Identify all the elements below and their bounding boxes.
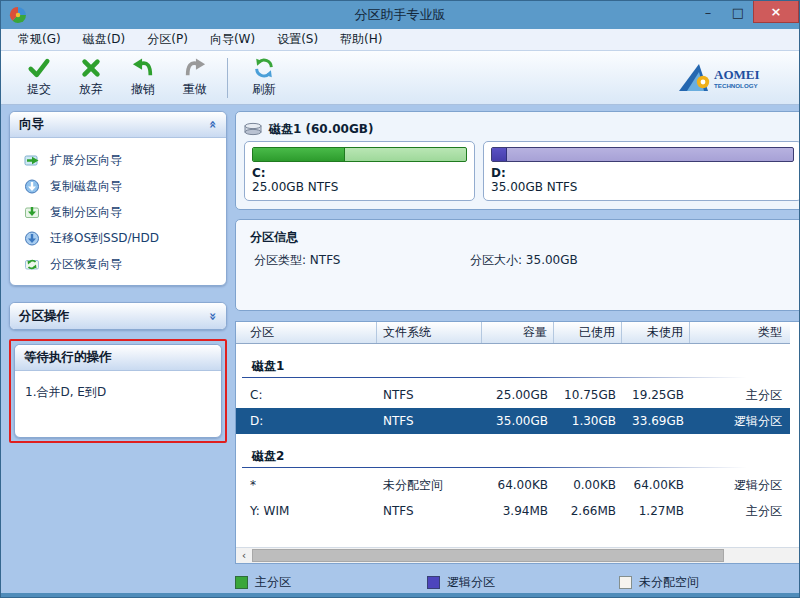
legend-item-primary: 主分区 (235, 574, 427, 591)
scrollbar-track[interactable] (252, 548, 794, 563)
scroll-right-icon[interactable]: › (794, 548, 800, 563)
wizard-item-label: 复制分区向导 (50, 204, 122, 221)
legend-label: 逻辑分区 (447, 574, 495, 591)
undo-arrow-icon (131, 57, 155, 79)
legend: 主分区 逻辑分区 未分配空间 (235, 571, 800, 593)
pending-operation-item[interactable]: 1.合并D, E到D (25, 385, 106, 399)
partition-info-title: 分区信息 (250, 229, 796, 246)
wizards-panel: 向导 « 扩展分区向导 (9, 111, 227, 286)
disk-map-panel: 磁盘1 (60.00GB) C: 25.00GB NTFS D (235, 111, 800, 210)
migrate-os-icon (24, 231, 40, 246)
partition-usage-bar (491, 147, 794, 162)
partition-name: C: (252, 166, 467, 180)
scroll-left-icon[interactable]: ‹ (236, 548, 252, 563)
operations-panel-header[interactable]: 分区操作 » (10, 303, 226, 329)
wizard-item-copy-disk[interactable]: 复制磁盘向导 (10, 173, 226, 199)
pending-operations-list: 1.合并D, E到D (15, 371, 221, 437)
logical-partition-swatch (427, 576, 440, 589)
partition-detail: 35.00GB NTFS (491, 180, 794, 194)
window-bottom-border (1, 593, 799, 598)
group-divider (242, 377, 747, 378)
table-row[interactable]: * 未分配空间 64.00KB 0.00KB 64.00KB 逻辑分区 (236, 472, 790, 498)
wizard-item-label: 扩展分区向导 (50, 152, 122, 169)
wizard-item-migrate-os[interactable]: 迁移OS到SSD/HDD (10, 225, 226, 251)
disk-icon (244, 122, 262, 136)
wizards-panel-title: 向导 (19, 116, 44, 133)
copy-disk-icon (24, 179, 40, 194)
wizard-list: 扩展分区向导 复制磁盘向导 (10, 138, 226, 285)
column-header-used[interactable]: 已使用 (554, 322, 622, 343)
refresh-icon (252, 57, 276, 79)
disk-group-title: 磁盘2 (236, 434, 800, 467)
legend-label: 主分区 (255, 574, 291, 591)
column-header-partition[interactable]: 分区 (236, 322, 377, 343)
collapse-up-icon[interactable]: « (205, 120, 220, 128)
copy-partition-icon (24, 205, 40, 220)
table-row[interactable]: C: NTFS 25.00GB 10.75GB 19.25GB 主分区 (236, 382, 790, 408)
menu-partition[interactable]: 分区(P) (136, 29, 199, 50)
partition-table-panel: 分区 文件系统 容量 已使用 未使用 类型 磁盘1 C: NTFS 25.00G… (235, 321, 800, 564)
window-title: 分区助手专业版 (1, 6, 799, 24)
partition-recovery-icon (24, 257, 40, 272)
wizard-item-extend-partition[interactable]: 扩展分区向导 (10, 147, 226, 173)
minimize-button[interactable]: – (693, 1, 723, 23)
maximize-button[interactable]: □ (723, 1, 753, 23)
close-button[interactable]: × (753, 1, 799, 23)
svg-text:TECHNOLOGY: TECHNOLOGY (714, 82, 759, 89)
pending-operations-header: 等待执行的操作 (15, 345, 221, 371)
check-icon (27, 57, 51, 79)
table-row-selected[interactable]: D: NTFS 35.00GB 1.30GB 33.69GB 逻辑分区 (236, 408, 790, 434)
redo-arrow-icon (183, 57, 207, 79)
x-icon (79, 57, 103, 79)
expand-down-icon[interactable]: » (205, 312, 220, 320)
apply-button[interactable]: 提交 (13, 54, 65, 102)
column-header-filesystem[interactable]: 文件系统 (377, 322, 482, 343)
wizard-item-label: 复制磁盘向导 (50, 178, 122, 195)
partition-info-panel: 分区信息 分区类型: NTFS 分区大小: 35.00GB (235, 219, 800, 311)
menu-general[interactable]: 常规(G) (7, 29, 72, 50)
disk-label: 磁盘1 (60.00GB) (269, 121, 373, 138)
menu-help[interactable]: 帮助(H) (329, 29, 393, 50)
wizards-panel-header[interactable]: 向导 « (10, 112, 226, 138)
scrollbar-thumb[interactable] (252, 549, 724, 562)
legend-item-unallocated: 未分配空间 (619, 574, 800, 591)
refresh-button[interactable]: 刷新 (238, 54, 290, 102)
content-area: 磁盘1 (60.00GB) C: 25.00GB NTFS D (227, 111, 800, 593)
operations-panel: 分区操作 » (9, 302, 227, 330)
svg-text:AOMEI: AOMEI (714, 67, 760, 82)
partition-block-c[interactable]: C: 25.00GB NTFS (244, 141, 475, 201)
menu-settings[interactable]: 设置(S) (266, 29, 329, 50)
partition-type-value: 分区类型: NTFS (250, 252, 470, 269)
pending-operations-title: 等待执行的操作 (24, 349, 112, 366)
partition-detail: 25.00GB NTFS (252, 180, 467, 194)
toolbar: 提交 放弃 撤销 重做 (1, 51, 799, 105)
wizard-item-label: 分区恢复向导 (50, 256, 122, 273)
toolbar-separator (227, 58, 228, 98)
horizontal-scrollbar[interactable]: ‹ › (236, 547, 800, 563)
partition-name: D: (491, 166, 794, 180)
partition-usage-bar (252, 147, 467, 162)
group-divider (242, 467, 747, 468)
wizard-item-partition-recovery[interactable]: 分区恢复向导 (10, 251, 226, 277)
partition-block-d[interactable]: D: 35.00GB NTFS (483, 141, 800, 201)
legend-item-logical: 逻辑分区 (427, 574, 619, 591)
unallocated-space-swatch (619, 576, 632, 589)
main-area: 向导 « 扩展分区向导 (1, 105, 799, 593)
legend-label: 未分配空间 (639, 574, 699, 591)
operations-panel-title: 分区操作 (19, 308, 69, 325)
undo-button[interactable]: 撤销 (117, 54, 169, 102)
column-header-capacity[interactable]: 容量 (482, 322, 554, 343)
menu-wizard[interactable]: 向导(W) (199, 29, 266, 50)
redo-button[interactable]: 重做 (169, 54, 221, 102)
wizard-item-label: 迁移OS到SSD/HDD (50, 230, 159, 247)
column-header-type[interactable]: 类型 (690, 322, 790, 343)
app-icon (9, 6, 27, 24)
wizard-item-copy-partition[interactable]: 复制分区向导 (10, 199, 226, 225)
extend-partition-icon (24, 153, 40, 168)
menu-disk[interactable]: 磁盘(D) (72, 29, 137, 50)
column-header-unused[interactable]: 未使用 (622, 322, 690, 343)
menubar: 常规(G) 磁盘(D) 分区(P) 向导(W) 设置(S) 帮助(H) (1, 29, 799, 51)
discard-button[interactable]: 放弃 (65, 54, 117, 102)
table-row[interactable]: Y: WIM NTFS 3.94MB 2.66MB 1.27MB 主分区 (236, 498, 790, 524)
titlebar: 分区助手专业版 – □ × (1, 1, 799, 29)
